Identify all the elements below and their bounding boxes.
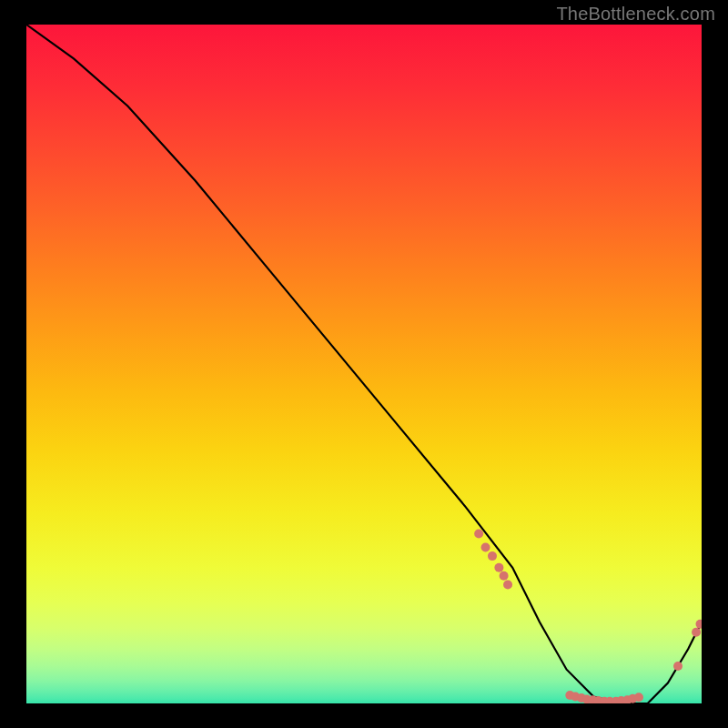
highlight-dot [474, 530, 483, 539]
gradient-background [26, 25, 702, 703]
highlight-dot [500, 571, 509, 581]
watermark-text: TheBottleneck.com [556, 4, 715, 25]
highlight-dot [673, 662, 682, 671]
chart-container: TheBottleneck.com [0, 0, 728, 728]
highlight-dot [494, 563, 503, 572]
plot-area [26, 25, 702, 703]
highlight-dot [503, 580, 512, 589]
highlight-dot [481, 542, 490, 551]
highlight-dot [692, 628, 701, 637]
highlight-dot [488, 551, 497, 561]
chart-svg [26, 25, 702, 703]
highlight-dot [634, 693, 643, 702]
